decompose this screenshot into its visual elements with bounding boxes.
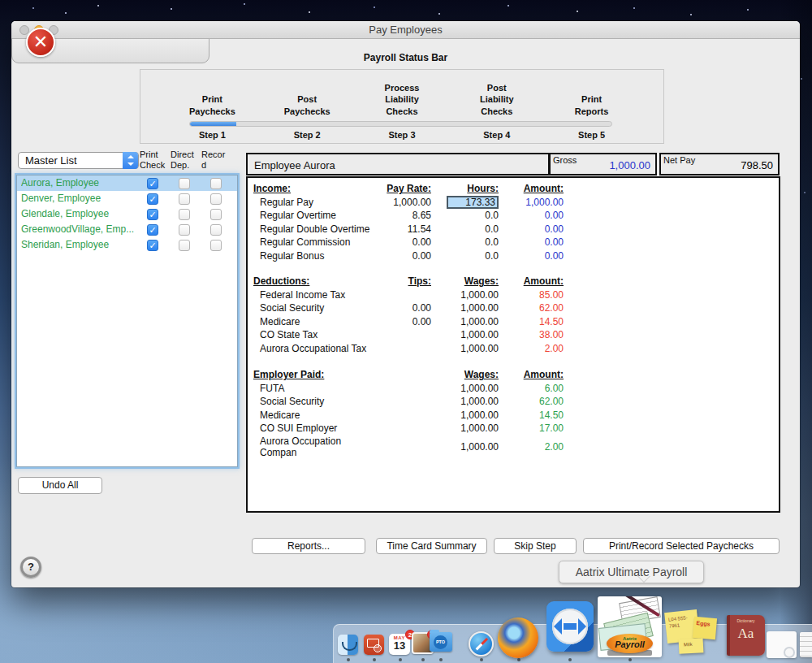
tips-value: 0.00 [371, 316, 431, 327]
amount-value: 0.00 [499, 210, 564, 221]
line-item-label: Regular Commission [253, 236, 371, 248]
magnifier-icon [784, 647, 795, 658]
deduction-row: Aurora Occupational Tax1,000.002.00 [248, 342, 779, 356]
pay-employees-window: Pay Employees Payroll Status Bar Print P… [11, 21, 800, 587]
running-indicator [373, 658, 376, 661]
stickies-icon[interactable]: L04 555-7961 Eggs Milk [666, 608, 718, 653]
line-item-label: Medicare [253, 410, 371, 421]
paycheck-detail-panel: Income:Pay Rate:Hours:Amount:Regular Pay… [246, 176, 780, 513]
hours-value[interactable]: 173.33 [431, 196, 499, 209]
teamviewer-arrow-bar [564, 623, 577, 630]
column-header: Amount: [499, 275, 564, 287]
column-header: Income: [253, 183, 371, 194]
red-x-icon: ✕ [26, 28, 55, 57]
finder-icon[interactable] [338, 635, 358, 655]
aatrix-payroll-icon[interactable]: Aatrix Payroll [598, 596, 662, 657]
deduction-header: Deductions:Tips:Wages:Amount: [248, 275, 779, 288]
screen-sharing-icon[interactable] [364, 635, 384, 655]
amount-value: 17.00 [499, 422, 564, 434]
deductions-section: Deductions:Tips:Wages:Amount:Federal Inc… [248, 275, 779, 355]
sticky-note-eggs: Eggs [693, 617, 717, 639]
time-card-summary-button[interactable]: Time Card Summary [376, 538, 487, 554]
running-indicator [399, 658, 402, 661]
help-button[interactable]: ? [20, 557, 41, 578]
gross-box: Gross 1,000.00 [549, 153, 657, 176]
hours-value[interactable]: 0.0 [431, 236, 499, 248]
aatrix-logo: Aatrix Payroll [607, 634, 653, 653]
teamviewer-icon[interactable] [546, 601, 594, 652]
calendar-icon[interactable]: MAY 13 2 [389, 634, 410, 655]
hours-input[interactable]: 173.33 [447, 196, 499, 209]
column-header: Deductions: [253, 275, 371, 287]
running-indicator [628, 658, 632, 661]
stars-decoration [97, 5, 99, 6]
wages-value: 1,000.00 [431, 383, 499, 394]
skip-step-button[interactable]: Skip Step [494, 538, 577, 554]
net-pay-box: Net Pay 798.50 [659, 153, 780, 176]
employer-paid-header: Employer Paid:Wages:Amount: [248, 368, 779, 382]
wages-value: 1,000.00 [431, 316, 499, 327]
hours-value[interactable]: 0.0 [431, 250, 499, 262]
tips-value: 0.00 [371, 302, 431, 314]
hours-value[interactable]: 0.0 [431, 210, 499, 221]
amount-value: 14.50 [499, 316, 564, 327]
reports-button[interactable]: Reports... [252, 538, 365, 554]
teamviewer-arrow-right [578, 618, 586, 635]
amount-value: 0.00 [499, 250, 564, 262]
line-item-label: Regular Double Overtime [253, 223, 371, 235]
hours-value[interactable]: 0.0 [431, 223, 499, 235]
income-header: Income:Pay Rate:Hours:Amount: [248, 182, 779, 196]
amount-value: 2.00 [499, 343, 564, 354]
employee-name-label: Employee Aurora [254, 159, 335, 171]
amount-value: 2.00 [499, 441, 564, 453]
wages-value: 1,000.00 [431, 410, 499, 421]
line-item-label: Regular Pay [253, 197, 371, 208]
firefox-icon[interactable] [498, 618, 538, 658]
gross-label: Gross [553, 155, 577, 165]
line-item-label: Social Security [253, 302, 371, 314]
column-header: Wages: [431, 275, 499, 287]
wages-value: 1,000.00 [431, 422, 499, 434]
print-record-paychecks-button[interactable]: Print/Record Selected Paychecks [583, 538, 780, 554]
amount-value: 0.00 [499, 236, 564, 248]
income-row: Regular Bonus0.000.00.00 [248, 249, 779, 263]
running-indicator [439, 658, 443, 661]
pay_rate-value: 8.65 [371, 210, 431, 221]
employer-paid-row: FUTA1,000.006.00 [248, 382, 779, 396]
wages-value: 1,000.00 [431, 343, 499, 354]
employee-name-box: Employee Aurora [246, 153, 550, 176]
line-item-label: CO SUI Employer [253, 422, 371, 434]
wages-value: 1,000.00 [431, 289, 499, 301]
sticky-note-milk: Milk [679, 638, 704, 654]
income-row: Regular Overtime8.650.00.00 [248, 209, 779, 223]
aatrix-payroll-text: Payroll [607, 639, 653, 649]
column-header: Employer Paid: [253, 369, 371, 380]
dictionary-aa-text: Aa [727, 626, 765, 642]
amount-value: 62.00 [499, 302, 564, 314]
line-item-label: Aurora Occupational Tax [253, 343, 371, 354]
safari-icon[interactable] [469, 631, 494, 656]
running-indicator [480, 658, 483, 661]
preview-icon[interactable] [767, 631, 797, 658]
line-item-label: Aurora Occupation Compan [253, 436, 371, 458]
line-item-label: Medicare [253, 316, 371, 327]
deduction-row: Social Security0.001,000.0062.00 [248, 301, 779, 315]
dictionary-title: Dictionary [727, 618, 765, 623]
gross-value: 1,000.00 [609, 159, 650, 171]
amount-value: 85.00 [499, 289, 564, 301]
net-pay-label: Net Pay [663, 155, 695, 165]
document-icon[interactable] [800, 632, 812, 657]
income-row: Regular Commission0.000.00.00 [248, 236, 779, 249]
amount-value: 1,000.00 [499, 197, 564, 208]
wages-value: 1,000.00 [431, 441, 499, 453]
line-item-label: CO State Tax [253, 329, 371, 340]
wages-value: 1,000.00 [431, 329, 499, 340]
dictionary-icon[interactable]: Dictionary Aa [727, 615, 765, 656]
running-indicator [421, 658, 425, 661]
amount-value: 14.50 [499, 410, 564, 421]
pto-folder-icon[interactable]: PTO [430, 632, 452, 652]
employer-paid-row: CO SUI Employer1,000.0017.00 [248, 422, 779, 436]
employer-paid-section: Employer Paid:Wages:Amount:FUTA1,000.006… [248, 368, 779, 448]
amount-value: 38.00 [499, 329, 564, 340]
calendar-day: 13 [389, 639, 410, 652]
